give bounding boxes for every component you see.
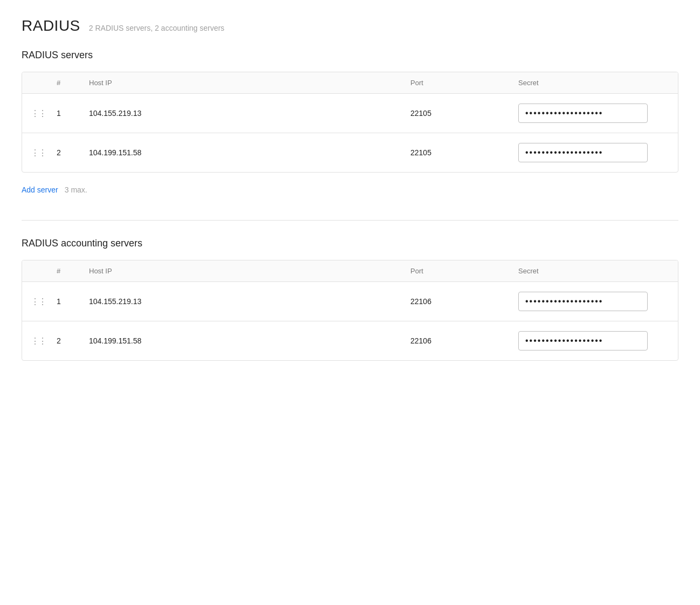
port-value: 22105 xyxy=(410,109,518,118)
row-number: 2 xyxy=(57,148,89,157)
max-label: 3 max. xyxy=(65,185,87,194)
col-drag-placeholder xyxy=(31,267,57,275)
table-row: ⋮⋮ 1 104.155.219.13 22105 xyxy=(22,94,678,133)
drag-handle-icon[interactable]: ⋮⋮ xyxy=(31,297,57,307)
col-host-ip-header: Host IP xyxy=(89,267,410,275)
host-ip-value: 104.199.151.58 xyxy=(89,148,410,157)
drag-handle-icon[interactable]: ⋮⋮ xyxy=(31,336,57,346)
row-number: 1 xyxy=(57,297,89,306)
page-header: RADIUS 2 RADIUS servers, 2 accounting se… xyxy=(22,17,678,35)
secret-input[interactable] xyxy=(518,143,648,162)
page-subtitle: 2 RADIUS servers, 2 accounting servers xyxy=(89,24,224,32)
col-number-header: # xyxy=(57,79,89,87)
col-secret-header: Secret xyxy=(518,79,669,87)
col-secret-header: Secret xyxy=(518,267,669,275)
radius-servers-title: RADIUS servers xyxy=(22,50,678,61)
drag-handle-icon[interactable]: ⋮⋮ xyxy=(31,108,57,119)
port-value: 22105 xyxy=(410,148,518,157)
table-row: ⋮⋮ 1 104.155.219.13 22106 xyxy=(22,282,678,321)
table-row: ⋮⋮ 2 104.199.151.58 22105 xyxy=(22,133,678,172)
host-ip-value: 104.199.151.58 xyxy=(89,336,410,345)
col-drag-placeholder xyxy=(31,79,57,87)
secret-input[interactable] xyxy=(518,292,648,311)
radius-servers-section: RADIUS servers # Host IP Port Secret ⋮⋮ … xyxy=(22,50,678,198)
port-value: 22106 xyxy=(410,336,518,345)
row-number: 1 xyxy=(57,109,89,118)
col-port-header: Port xyxy=(410,267,518,275)
page-title: RADIUS xyxy=(22,17,80,35)
radius-servers-table: # Host IP Port Secret ⋮⋮ 1 104.155.219.1… xyxy=(22,72,678,173)
secret-input[interactable] xyxy=(518,104,648,123)
drag-handle-icon[interactable]: ⋮⋮ xyxy=(31,148,57,158)
col-port-header: Port xyxy=(410,79,518,87)
accounting-servers-title: RADIUS accounting servers xyxy=(22,238,678,249)
add-server-link[interactable]: Add server xyxy=(22,185,58,194)
add-server-row: Add server 3 max. xyxy=(22,181,678,198)
accounting-servers-table: # Host IP Port Secret ⋮⋮ 1 104.155.219.1… xyxy=(22,260,678,361)
table-row: ⋮⋮ 2 104.199.151.58 22106 xyxy=(22,321,678,360)
radius-servers-table-header: # Host IP Port Secret xyxy=(22,72,678,94)
host-ip-value: 104.155.219.13 xyxy=(89,297,410,306)
port-value: 22106 xyxy=(410,297,518,306)
secret-input[interactable] xyxy=(518,331,648,350)
section-divider xyxy=(22,220,678,221)
row-number: 2 xyxy=(57,336,89,345)
host-ip-value: 104.155.219.13 xyxy=(89,109,410,118)
accounting-servers-table-header: # Host IP Port Secret xyxy=(22,260,678,282)
accounting-servers-section: RADIUS accounting servers # Host IP Port… xyxy=(22,238,678,361)
col-host-ip-header: Host IP xyxy=(89,79,410,87)
col-number-header: # xyxy=(57,267,89,275)
